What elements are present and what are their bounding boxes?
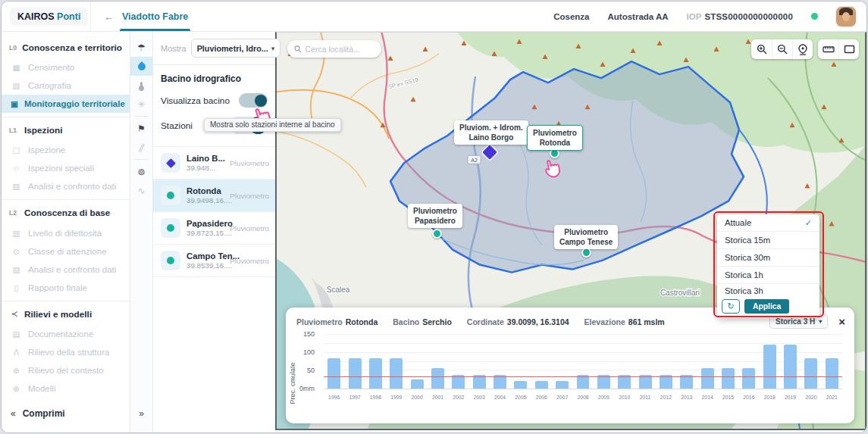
label-line: Pluviometro [413,206,457,216]
bar-2005[interactable] [514,381,527,389]
dropdown-option-storica-15m[interactable]: Storica 15m [717,232,819,249]
seismic-icon[interactable]: ⊚ [130,162,152,181]
chevron-down-icon: ▾ [271,45,275,52]
sidebar-item-label: Livello di difettosità [28,229,102,238]
section-code: L2 [9,209,20,217]
sidebar-item-documentazione[interactable]: ▤ Documentazione [2,325,130,343]
back-arrow-icon[interactable]: ← [104,11,114,23]
bar-2001[interactable] [431,368,444,389]
town-label-castrovillari: Castrovillari [660,289,700,297]
sidebar-item-classe-attenzione[interactable]: ⊙ Classe di attenzione [2,242,130,261]
station-row-laino-borgo[interactable]: Laino B... 39.948... Pluviometro [153,146,275,179]
section-code: L1 [9,126,20,134]
station-name: Rotonda [186,186,224,195]
dropdown-option-storica-1h[interactable]: Storica 1h [717,267,819,284]
pulse-icon[interactable]: ∿ [130,181,152,200]
measure-button[interactable] [818,39,838,59]
sidebar-item-rapporto-finale[interactable]: ▯ Rapporto finale [2,279,130,297]
sidebar-item-label: Rilievo del contesto [28,366,104,375]
bar-1999[interactable] [390,358,403,389]
label-line: Rotonda [533,138,577,148]
bar-2015[interactable] [722,368,735,389]
bar-2014[interactable] [701,368,714,389]
sensor-type-rail: ☂ ✳ ⚑ ∥ ⊚ ∿ » [130,32,153,432]
xtick-2014: 2014 [697,392,717,400]
apply-button[interactable]: Applica [744,299,789,314]
sidebar-item-rilievo-struttura[interactable]: Λ Rilievo della struttura [2,343,130,361]
bar-2007[interactable] [556,381,569,389]
map-label-rotonda[interactable]: Pluviometro Rotonda [527,125,583,151]
station-row-papasidero[interactable]: Papasidero 39.8723,15.... Pluviometro [153,211,275,244]
section-header-l2: L2 Conoscenza di base [2,201,130,223]
station-type: Pluviometro [230,192,269,200]
thermometer-icon[interactable] [130,76,152,95]
sensor-filter-select[interactable]: Pluviometri, Idro... ▾ [191,39,281,58]
expand-panel-icon[interactable]: » [139,408,144,432]
marker-papasidero[interactable] [432,229,442,239]
map-label-laino-borgo[interactable]: Pluviom. + Idrom. Laino Borgo [454,120,528,145]
dropdown-option-storica-3h[interactable]: Storica 3h [717,284,819,297]
user-avatar[interactable] [836,7,856,27]
bar-2021[interactable] [826,358,838,389]
field-basin: BacinoSerchio [393,317,452,326]
station-row-rotonda[interactable]: Rotonda 39.9498,16.... Pluviometro [153,179,275,211]
dropdown-option-storica-30m[interactable]: Storica 30m [717,249,819,267]
circle-marker-icon [167,224,174,232]
refresh-button[interactable]: ↻ [722,299,740,314]
sidebar-item-ispezioni-speciali[interactable]: ☆ Ispezioni speciali [2,159,130,177]
landslide-icon[interactable]: ∥ [130,138,152,157]
collapse-label: Comprimi [23,408,65,419]
xtick-2002: 2002 [448,392,468,400]
bar-2006[interactable] [535,381,548,389]
map-label-campo-tenese[interactable]: Pluviometro Campo Tenese [554,225,618,249]
bar-2016[interactable] [742,368,755,389]
section-code: L0 [9,44,17,52]
dropdown-option-attuale[interactable]: Attuale✓ [717,214,819,232]
search-input[interactable] [306,45,375,54]
sidebar-item-censimento[interactable]: ▦ Censimento [2,58,130,76]
raindrop-shape [136,61,146,71]
inspection-icon: ▢ [11,145,22,155]
sidebar-item-monitoraggio-territoriale[interactable]: ▣ Monitoraggio territoriale [2,95,130,113]
wind-icon[interactable]: ✳ [130,95,152,114]
xtick-2004: 2004 [490,392,510,400]
sidebar-item-ispezione[interactable]: ▢ Ispezione [2,141,130,159]
station-row-campo-tenese[interactable]: Campo Ten... 39.8539,16.... Pluviometro [153,244,275,276]
station-type: Pluviometro [230,257,269,265]
xtick-2018: 2018 [760,392,780,400]
sidebar-item-livello-difettosita[interactable]: ▥ Livello di difettosità [2,223,130,242]
zoom-out-button[interactable] [772,39,792,59]
bar-1998[interactable] [369,358,382,389]
flag-icon[interactable]: ⚑ [130,119,152,138]
sidebar-item-rilievo-contesto[interactable]: ⊕ Rilievo del contesto [2,361,130,379]
xtick-1999: 1999 [386,392,406,400]
xtick-2020: 2020 [801,392,821,400]
stations-panel: Mostra Pluviometri, Idro... ▾ Bacino idr… [153,32,275,432]
raindrop-icon[interactable] [130,57,152,76]
sidebar-item-label: Documentazione [28,329,93,339]
town-label-scalea: Scalea [327,286,350,294]
bar-2019[interactable] [784,345,797,389]
map-label-papasidero[interactable]: Pluviometro Papasidero [408,204,462,228]
area-select-button[interactable] [838,39,859,59]
rain-icon[interactable]: ☂ [130,38,152,57]
station-marker-cell [161,153,180,173]
bar-2020[interactable] [804,358,817,389]
bar-2018[interactable] [763,345,776,389]
tab-viadotto-fabre[interactable]: Viadotto Fabre [122,2,188,31]
collapse-sidebar-button[interactable]: « Comprimi [2,398,130,432]
bar-1997[interactable] [349,358,362,389]
bar-2000[interactable] [411,379,424,389]
sidebar-item-cartografia[interactable]: ▧ Cartografia [2,76,130,95]
bar-1996[interactable] [327,358,340,389]
sidebar-item-analisi-confronto-1[interactable]: ▨ Analisi e confronto dati [2,177,130,195]
sidebar-item-modelli[interactable]: ⊛ Modelli [2,379,130,398]
map-search[interactable] [287,40,381,58]
field-elevation: Elevazione861 mslm [584,317,665,326]
chart-close-button[interactable]: × [838,316,845,327]
locate-button[interactable] [792,39,813,59]
zoom-in-button[interactable] [751,39,772,59]
sidebar-item-analisi-confronto-2[interactable]: ▨ Analisi e confronto dati [2,261,130,279]
sidebar-item-label: Modelli [28,384,55,393]
filter-value: Pluviometri, Idro... [197,44,268,53]
